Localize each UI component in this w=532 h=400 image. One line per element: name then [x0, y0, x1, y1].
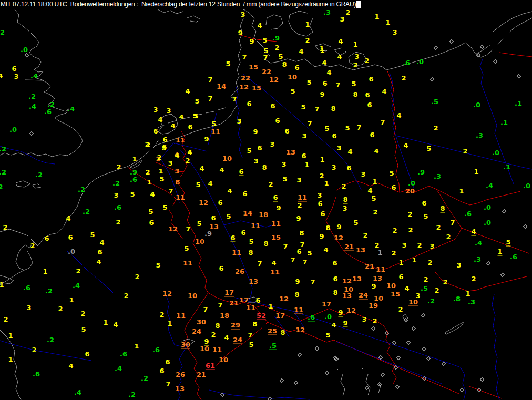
station-value: 2: [341, 183, 346, 190]
station-value: 2: [423, 276, 428, 283]
station-value: 6: [333, 275, 337, 282]
station-value: 26: [176, 371, 185, 378]
station-value: 13: [175, 385, 185, 392]
station-value: 1: [497, 248, 502, 256]
station-value: 6: [219, 265, 223, 272]
station-value: 6: [294, 64, 299, 71]
station-value: 1: [372, 178, 377, 185]
station-marker-icon: [493, 59, 497, 64]
station-value: .0: [324, 313, 332, 320]
station-value: .5: [421, 285, 428, 292]
station-value: 6: [296, 248, 301, 255]
station-value: .2: [112, 180, 120, 187]
station-value: 2: [463, 148, 467, 155]
station-marker-icon: [422, 347, 426, 351]
station-value: 6: [159, 367, 164, 374]
station-value: 8: [282, 61, 287, 68]
station-marker-icon: [392, 341, 396, 345]
station-value: 3: [237, 118, 241, 125]
station-value: 5: [162, 204, 167, 211]
station-value: 6: [369, 76, 373, 83]
station-marker-icon: [426, 356, 431, 361]
station-value: 8: [353, 91, 357, 98]
station-value: .2: [141, 375, 148, 382]
station-value: 8: [215, 322, 220, 329]
station-value: 4: [367, 187, 372, 194]
station-value: 7: [203, 306, 208, 313]
station-marker-icon: [460, 388, 464, 392]
station-value: 9: [253, 128, 258, 135]
station-value: 3: [253, 158, 258, 165]
station-value: 21: [365, 263, 374, 270]
station-value: 5: [307, 250, 312, 257]
station-value: 7: [335, 81, 340, 88]
weather-map[interactable]: MIT 07.12.11 18:00 UTC Bodenwettermeldun…: [0, 0, 532, 400]
station-value: .6: [33, 371, 40, 377]
station-value: .6: [114, 204, 121, 211]
station-value: .4: [29, 103, 36, 110]
station-value: .4: [67, 106, 75, 112]
station-value: 10: [288, 74, 297, 80]
station-value: 5: [301, 104, 305, 110]
station-value: .3: [434, 173, 441, 180]
station-value: 25: [268, 327, 277, 335]
station-value: 10: [188, 292, 197, 299]
station-value: 1: [134, 343, 139, 350]
station-value: 24: [359, 292, 368, 300]
station-value: 3: [340, 16, 344, 23]
station-value: 8: [325, 224, 330, 231]
station-value: .2: [83, 208, 90, 215]
station-value: 15: [252, 85, 261, 91]
station-value: 5: [90, 231, 95, 238]
station-value: 3: [175, 168, 179, 175]
station-value: 5: [226, 60, 230, 67]
station-value: 9: [238, 29, 242, 36]
station-value: .1: [515, 100, 522, 107]
station-value: 11: [251, 222, 260, 229]
station-value: 1: [474, 168, 478, 175]
station-value: 21: [197, 371, 206, 378]
station-value: 15: [391, 291, 400, 298]
station-value: 4: [271, 260, 276, 266]
station-value: 5: [156, 262, 160, 269]
station-value: 2: [58, 305, 63, 312]
station-value: 2: [427, 259, 432, 266]
station-marker-icon: [396, 356, 401, 360]
station-value: 1: [304, 161, 309, 168]
station-value: 24: [233, 336, 242, 344]
station-value: 3: [362, 316, 366, 323]
station-value: 6: [322, 80, 327, 87]
station-value: 6: [247, 100, 251, 107]
station-value: 3: [240, 11, 245, 18]
station-value: 6: [230, 234, 235, 242]
station-value: 7: [290, 257, 295, 263]
station-value: 4: [347, 148, 352, 155]
station-value: .2: [35, 171, 43, 178]
station-value: 24: [192, 328, 201, 335]
station-marker-icon: [394, 365, 398, 370]
station-marker-icon: [477, 388, 481, 392]
station-marker-icon: [29, 131, 34, 136]
title-bar: MIT 07.12.11 18:00 UTC Bodenwettermeldun…: [1, 1, 361, 8]
station-value: 8: [280, 329, 285, 336]
station-value: 6: [391, 184, 396, 191]
station-marker-icon: [442, 362, 446, 366]
station-value: 2: [297, 202, 302, 209]
station-value: 5: [197, 220, 201, 227]
station-value: 10: [200, 345, 209, 352]
station-value: .0: [484, 204, 491, 211]
station-marker-icon: [523, 224, 527, 229]
station-value: 1: [8, 332, 13, 339]
station-value: 5: [211, 120, 216, 127]
station-value: 7: [283, 243, 288, 250]
station-value: .5: [269, 342, 277, 350]
station-value: 5: [226, 213, 231, 220]
station-value: .0: [408, 180, 415, 187]
station-value: 2: [471, 275, 476, 282]
station-marker-icon: [395, 385, 400, 389]
station-value: .3: [474, 256, 481, 263]
station-value: 11: [176, 312, 186, 319]
station-value: 6: [218, 199, 222, 206]
station-value: 5: [195, 98, 199, 105]
station-value: 4: [322, 59, 326, 66]
